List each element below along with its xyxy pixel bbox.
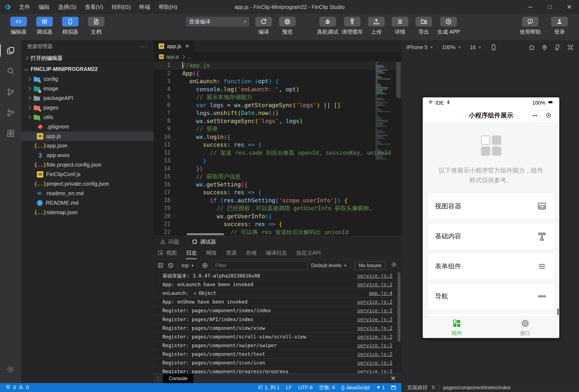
device-select[interactable]: iPhone 5▼ (407, 44, 433, 50)
layout-icon[interactable] (391, 386, 396, 390)
far-button-1[interactable]: 登录 (549, 17, 570, 35)
panel-tab-0[interactable]: 问题 (160, 238, 179, 245)
console-log-row[interactable]: Register: pages/component/icon/iconservi… (153, 359, 401, 367)
code-line[interactable]: 9 // 登录 (153, 125, 401, 133)
code-line[interactable]: 18 if (res.authSetting['scope.userInfo']… (153, 196, 401, 204)
more-icon[interactable]: ••• (532, 113, 537, 118)
editor-vertical-scrollbar[interactable] (396, 61, 401, 236)
component-card-1[interactable]: 基础内容 (428, 223, 554, 249)
tree-folder-image[interactable]: ▦image (21, 84, 153, 93)
compile-mode-select[interactable]: 普通编译 ▾ (186, 17, 249, 26)
breadcrumb[interactable]: JS app.js ... (153, 52, 401, 61)
tree-folder-packageAPI[interactable]: packageAPI (21, 93, 153, 103)
code-line[interactable]: 4 console.log('onLaunch: ', opt) (153, 85, 401, 93)
tree-folder-utils[interactable]: ＋utils (21, 112, 153, 122)
code-line[interactable]: 11 success: res => { (153, 141, 401, 149)
close-tab-icon[interactable]: ✕ (185, 43, 189, 49)
console-log-row[interactable]: Register: pages/component/swiper/swipers… (153, 341, 401, 350)
fontsize-select[interactable]: 16▼ (470, 44, 481, 50)
console-log-row[interactable]: Register: pages/component/text/textservi… (153, 350, 401, 359)
menu-item-1[interactable]: 编辑 (34, 2, 54, 12)
rotate-icon[interactable] (554, 44, 561, 51)
phone-tab-0[interactable]: 组件 (423, 317, 491, 338)
editor-horizontal-scrollbar[interactable] (187, 233, 224, 235)
eye-icon[interactable] (202, 262, 208, 269)
code-line[interactable]: 12 // 发送 res.code 到后台换取 openId, sessionK… (153, 149, 401, 157)
console-log-row[interactable]: Register: pages/component/view/viewservi… (153, 324, 401, 332)
code-line[interactable]: 1//app.js (153, 61, 401, 69)
console-footer-tab[interactable]: Console (163, 374, 193, 383)
warnings-icon[interactable] (18, 384, 23, 391)
compile-button-1[interactable]: 预览 (277, 17, 297, 35)
source-link[interactable]: app.js:4 (369, 290, 392, 296)
source-link[interactable]: service.js:2 (357, 343, 392, 348)
code-line[interactable]: 16 wx.getSetting({ (153, 181, 401, 189)
project-root-folder[interactable]: FINCLIP-MINIPROGRAM22 (21, 64, 153, 74)
toolbar-button-0[interactable]: 编辑器 (8, 17, 29, 35)
minimap[interactable] (375, 62, 395, 160)
source-link[interactable]: service.js:2 (357, 317, 392, 322)
home-icon[interactable] (528, 44, 535, 51)
tree-file-README.md[interactable]: iREADME.md (21, 198, 153, 208)
clear-console-icon[interactable] (167, 262, 174, 269)
toolbar-button-1[interactable]: 调试器 (34, 17, 55, 35)
errors-count[interactable]: 0 (13, 385, 16, 391)
devtools-tab-1[interactable]: 日志 (186, 247, 197, 259)
status-item-1[interactable]: LF (286, 385, 292, 391)
code-line[interactable]: 15 // 获取用户信息 (153, 173, 401, 181)
console-scrollbar[interactable] (397, 271, 401, 373)
compile-button-0[interactable]: 编译 (253, 17, 274, 35)
code-line[interactable]: 3 onLaunch: function (opt) { (153, 77, 401, 85)
menu-item-0[interactable]: 文件 (15, 2, 34, 12)
kebab-menu-icon[interactable]: ⋮ (153, 375, 163, 382)
activity-git-icon[interactable] (0, 82, 21, 102)
toolbar-button-3[interactable]: 文档 (86, 17, 106, 35)
source-link[interactable]: service.js:2 (357, 325, 392, 331)
menu-item-5[interactable]: 终端 (135, 2, 154, 12)
tree-folder-pages[interactable]: ◈pages (21, 103, 153, 112)
location-icon[interactable] (541, 44, 548, 51)
action-button-2[interactable]: 上传 (366, 17, 386, 35)
code-line[interactable]: 20 wx.getUserInfo({ (153, 212, 401, 220)
console-log-row[interactable]: Register: pages/API/index/indexservice.j… (153, 315, 401, 324)
devtools-tab-3[interactable]: 资源 (226, 247, 236, 259)
action-button-0[interactable]: 真机调试 (317, 17, 338, 35)
device-frame-icon[interactable] (490, 44, 497, 51)
activity-plugin-icon[interactable] (0, 102, 21, 123)
menu-item-4[interactable]: 转到(G) (107, 2, 135, 12)
component-card-4[interactable] (428, 314, 554, 317)
tree-file-app.json[interactable]: {..}app.json (21, 141, 153, 150)
menu-item-3[interactable]: 查看(V) (81, 2, 108, 12)
filter-input[interactable] (212, 261, 307, 270)
tree-folder-config[interactable]: ⚙config (21, 74, 153, 84)
code-line[interactable]: 5 // 展示本地存储能力 (153, 93, 401, 101)
source-link[interactable]: service.js:2 (357, 334, 392, 339)
close-panel-icon[interactable]: ✕ (390, 375, 396, 382)
code-line[interactable]: 13 } (153, 157, 401, 165)
devtools-tab-0[interactable]: 视图 (157, 247, 177, 259)
tree-file-fide.project.config.json[interactable]: {..}fide.project.config.json (21, 160, 153, 170)
devtools-tab-2[interactable]: 网络 (206, 247, 217, 259)
dock-side-icon[interactable] (157, 262, 164, 269)
code-line[interactable]: 19 // 已经授权，可以直接调用 getUserInfo 获取头像昵称, (153, 204, 401, 212)
action-button-3[interactable]: 详情 (390, 17, 410, 35)
source-link[interactable]: service.js:2 (357, 273, 392, 278)
activity-gear-icon[interactable] (0, 359, 21, 380)
tree-file-sitemap.json[interactable]: {..}sitemap.json (21, 208, 153, 217)
open-editors-section[interactable]: 打开的编辑器 (21, 53, 153, 64)
devtools-tab-5[interactable]: 编译日志 (266, 247, 287, 259)
console-log-row[interactable]: 基础库版本: 3.0.47-alpha20230616v08service.js… (153, 271, 401, 280)
zoom-select[interactable]: 100%▼ (442, 44, 461, 50)
no-issues-button[interactable]: No Issues (355, 261, 385, 270)
source-link[interactable]: service.js:2 (357, 360, 392, 366)
warnings-count[interactable]: 0 (26, 385, 29, 391)
source-link[interactable]: service.js:2 (357, 308, 392, 313)
code-area[interactable]: 1//app.js2App({3 onLaunch: function (opt… (153, 61, 401, 236)
console-log-row[interactable]: App: onShow have been invokedservice.js:… (153, 298, 401, 306)
context-select[interactable]: top▼ (182, 262, 194, 268)
phone-tab-1[interactable]: 接口 (491, 317, 560, 338)
devtools-tab-6[interactable]: 自定义API (296, 247, 321, 259)
scan-icon[interactable] (567, 44, 574, 51)
component-card-0[interactable]: 视图容器 (428, 194, 554, 219)
source-link[interactable]: service.js:2 (357, 369, 392, 373)
